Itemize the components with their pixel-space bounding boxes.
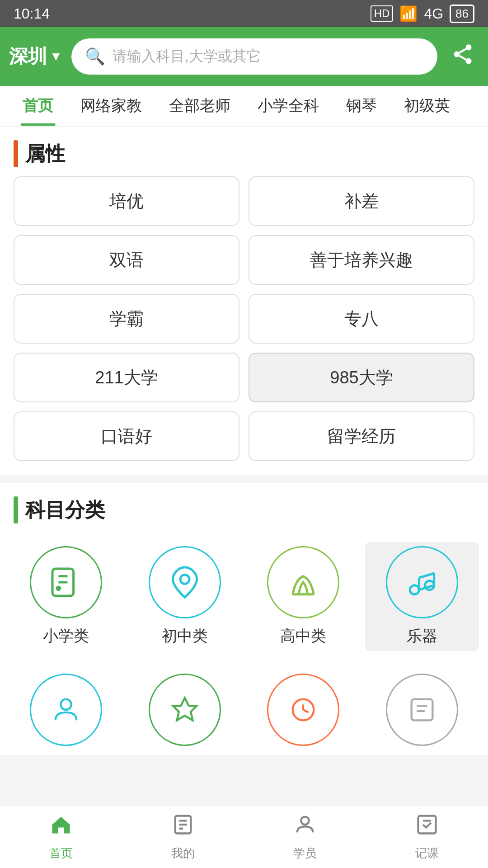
subject-title: 科目分类 [25,497,105,524]
subject-grid: 小学类 初中类 [0,533,488,665]
svg-point-1 [454,51,460,57]
svg-point-9 [180,575,189,584]
subject-item-7[interactable] [246,669,361,750]
subject-item-8[interactable] [365,669,479,750]
battery-icon: 86 [450,5,474,23]
svg-rect-21 [411,699,432,721]
subject-middle[interactable]: 初中类 [128,542,242,651]
attr-btn-xingqu[interactable]: 善于培养兴趣 [249,235,474,285]
attr-btn-xueba[interactable]: 学霸 [14,294,239,344]
svg-point-17 [61,699,71,710]
students-label: 学员 [293,845,317,861]
bottom-nav-mine[interactable]: 我的 [122,813,244,861]
subject-circle-8 [386,674,458,746]
book-icon [171,813,195,842]
bottom-nav-home[interactable]: 首页 [0,813,122,861]
subject-indicator [14,496,18,524]
svg-point-28 [301,816,309,824]
main-content: 属性 培优 补差 双语 善于培养兴趣 学霸 专八 211大学 985大学 口语好… [0,127,488,755]
network-type: 4G [424,5,443,22]
attribute-title: 属性 [25,141,65,167]
signal-icon: 📶 [399,5,418,22]
mine-label: 我的 [171,845,195,861]
subject-middle-circle [149,546,221,618]
attr-btn-zhuanba[interactable]: 专八 [249,294,474,344]
attr-btn-985[interactable]: 985大学 [249,353,474,402]
subject-section: 科目分类 小学类 [0,483,488,755]
svg-point-2 [466,58,472,64]
hd-badge: HD [371,5,394,22]
subject-circle-5 [30,674,102,746]
tab-primary-all[interactable]: 小学全科 [244,86,333,126]
subject-primary-circle [30,546,102,618]
subject-item-6[interactable] [128,669,242,750]
subject-instrument-label: 乐器 [407,626,437,646]
attr-btn-211[interactable]: 211大学 [14,353,239,402]
tab-online-tutor[interactable]: 网络家教 [67,86,155,126]
record-label: 记课 [415,845,439,861]
city-selector[interactable]: 深圳 ▼ [9,44,62,69]
home-icon [49,813,73,842]
edit-icon [415,813,439,842]
subject-header: 科目分类 [0,483,488,533]
chevron-down-icon: ▼ [50,49,62,64]
status-right: HD 📶 4G 86 [371,5,474,23]
subject-middle-label: 初中类 [162,626,208,646]
attr-btn-bucha[interactable]: 补差 [249,176,474,226]
search-bar[interactable]: 🔍 请输入科目,大学或其它 [71,38,437,75]
subject-instrument-circle [386,546,458,618]
bottom-nav: 首页 我的 学员 记课 [0,805,488,868]
app-header: 深圳 ▼ 🔍 请输入科目,大学或其它 [0,27,488,86]
attr-btn-shuangyu[interactable]: 双语 [14,235,239,285]
person-icon [293,813,317,842]
svg-point-11 [410,585,419,594]
attribute-grid: 培优 补差 双语 善于培养兴趣 学霸 专八 211大学 985大学 口语好 留学… [0,176,488,475]
svg-line-16 [419,573,434,578]
svg-line-20 [303,710,309,712]
attr-btn-kouyu[interactable]: 口语好 [14,411,239,461]
attribute-section: 属性 培优 补差 双语 善于培养兴趣 学霸 专八 211大学 985大学 口语好… [0,127,488,475]
svg-rect-29 [418,816,436,833]
subject-high[interactable]: 高中类 [246,542,361,651]
subject-primary[interactable]: 小学类 [9,542,123,651]
subject-instrument[interactable]: 乐器 [365,542,479,651]
attr-btn-peiyou[interactable]: 培优 [14,176,239,226]
status-time: 10:14 [14,5,50,22]
subject-item-5[interactable] [9,669,123,750]
bottom-nav-students[interactable]: 学员 [244,813,366,861]
tab-all-teachers[interactable]: 全部老师 [155,86,244,126]
subject-second-row [0,665,488,755]
svg-point-8 [57,587,60,590]
tab-home[interactable]: 首页 [9,86,67,126]
home-label: 首页 [49,845,73,861]
tab-beginner[interactable]: 初级英 [390,86,464,126]
subject-high-circle [267,546,339,618]
share-button[interactable] [446,38,479,75]
status-bar: 10:14 HD 📶 4G 86 [0,0,488,27]
section-indicator [14,140,18,167]
city-name: 深圳 [9,44,47,69]
search-placeholder: 请输入科目,大学或其它 [113,47,261,66]
bottom-nav-record[interactable]: 记课 [366,813,488,861]
nav-tabs: 首页 网络家教 全部老师 小学全科 钢琴 初级英 [0,86,488,127]
svg-line-3 [460,56,466,60]
subject-circle-7 [267,674,339,746]
attribute-header: 属性 [0,127,488,176]
attr-btn-liuxue[interactable]: 留学经历 [249,411,474,461]
svg-point-0 [466,44,472,50]
share-icon [451,42,474,66]
tab-piano[interactable]: 钢琴 [333,86,390,126]
search-icon: 🔍 [85,47,105,66]
subject-primary-label: 小学类 [43,626,89,646]
subject-circle-6 [149,674,221,746]
subject-high-label: 高中类 [280,626,326,646]
svg-line-4 [460,49,466,53]
